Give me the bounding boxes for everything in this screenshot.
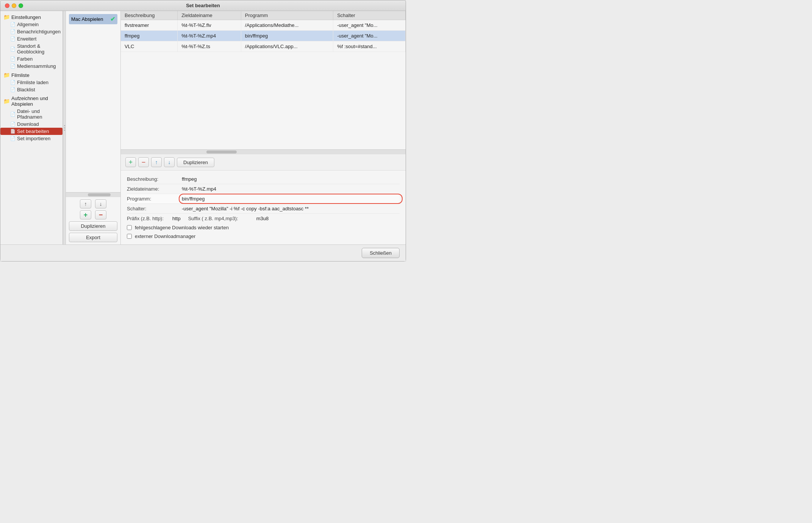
cell-zieldateiname: %t-%T-%Z.ts bbox=[178, 41, 241, 52]
cell-zieldateiname: %t-%T-%Z.flv bbox=[178, 20, 241, 31]
sidebar-item-set-importieren[interactable]: 📄 Set importieren bbox=[0, 135, 62, 142]
minimize-button[interactable] bbox=[12, 3, 16, 8]
move-up-row-button[interactable]: ↑ bbox=[151, 157, 162, 167]
middle-list-item-mac-abspielen[interactable]: Mac Abspielen ✔ bbox=[69, 14, 117, 24]
scrollbar-thumb bbox=[88, 193, 111, 196]
form-value-programm: bin/ffmpeg bbox=[182, 196, 400, 202]
checkbox-ext-downloadmanager[interactable] bbox=[127, 234, 132, 239]
folder-icon: 📁 bbox=[3, 14, 10, 20]
form-label-beschreibung: Beschreibung: bbox=[127, 176, 182, 182]
sidebar-group-einstellungen[interactable]: 📁 Einstellungen bbox=[0, 13, 62, 21]
col-header-schalter: Schalter bbox=[333, 11, 406, 20]
form-label-programm: Programm: bbox=[127, 196, 182, 202]
move-down-button[interactable]: ↓ bbox=[95, 199, 106, 208]
resize-dots bbox=[64, 125, 65, 131]
doc-icon: 📄 bbox=[10, 56, 16, 61]
close-button[interactable] bbox=[5, 3, 9, 8]
schliessen-button[interactable]: Schließen bbox=[362, 248, 400, 258]
checkmark-icon: ✔ bbox=[110, 16, 115, 23]
checkbox-failed-downloads[interactable] bbox=[127, 225, 132, 230]
sidebar: 📁 Einstellungen 📄 Allgemein 📄 Benachrich… bbox=[0, 11, 63, 244]
remove-button[interactable]: − bbox=[95, 210, 106, 219]
move-down-row-button[interactable]: ↓ bbox=[164, 157, 175, 167]
form-row-programm: Programm: bin/ffmpeg bbox=[127, 194, 400, 204]
traffic-lights bbox=[5, 3, 23, 8]
duplizieren-row-button[interactable]: Duplizieren bbox=[177, 158, 214, 167]
cell-programm: /Applications/VLC.app... bbox=[241, 41, 333, 52]
window-body: 📁 Einstellungen 📄 Allgemein 📄 Benachrich… bbox=[0, 11, 406, 244]
form-label-schalter: Schalter: bbox=[127, 206, 182, 211]
doc-icon: 📄 bbox=[10, 22, 16, 27]
right-panel: Beschreibung Zieldateiname Programm Scha… bbox=[121, 11, 406, 244]
col-header-programm: Programm bbox=[241, 11, 333, 20]
sidebar-item-erweitert[interactable]: 📄 Erweitert bbox=[0, 35, 62, 42]
checkbox-row-ext-downloadmanager: externer Downloadmanager bbox=[127, 232, 400, 241]
form-value-suffix: m3u8 bbox=[256, 216, 269, 221]
remove-row-button[interactable]: − bbox=[138, 157, 149, 167]
sidebar-item-farben[interactable]: 📄 Farben bbox=[0, 55, 62, 63]
form-row-schalter: Schalter: -user_agent "Mozilla" -i %f -c… bbox=[127, 204, 400, 214]
table-row[interactable]: flvstreamer %t-%T-%Z.flv /Applications/M… bbox=[121, 20, 406, 31]
main-window: Set bearbeiten 📁 Einstellungen 📄 Allgeme… bbox=[0, 0, 406, 262]
form-value-praefix: http bbox=[172, 216, 181, 221]
middle-item-label: Mac Abspielen bbox=[71, 16, 103, 22]
doc-icon: 📄 bbox=[10, 80, 16, 85]
export-button[interactable]: Export bbox=[69, 233, 117, 242]
doc-icon: 📄 bbox=[10, 87, 16, 92]
right-form: Beschreibung: ffmpeg Zieldateiname: %t-%… bbox=[121, 171, 406, 244]
sidebar-item-allgemein[interactable]: 📄 Allgemein bbox=[0, 21, 62, 28]
add-button[interactable]: + bbox=[80, 210, 91, 219]
sidebar-group-label-filmliste: Filmliste bbox=[11, 72, 30, 78]
form-value-beschreibung: ffmpeg bbox=[182, 176, 400, 182]
sidebar-group-filmliste[interactable]: 📁 Filmliste bbox=[0, 71, 62, 79]
sidebar-item-filmliste-laden[interactable]: 📄 Filmliste laden bbox=[0, 79, 62, 86]
table-scrollbar[interactable] bbox=[121, 149, 406, 154]
sidebar-resize-handle[interactable] bbox=[63, 11, 66, 244]
sidebar-item-download[interactable]: 📄 Download bbox=[0, 121, 62, 128]
sidebar-item-mediensammlung[interactable]: 📄 Mediensammlung bbox=[0, 63, 62, 70]
cell-schalter: %f :sout=#stand... bbox=[333, 41, 406, 52]
form-label-suffix: Suffix ( z.B. mp4,mp3): bbox=[188, 216, 249, 221]
table-scrollbar-thumb bbox=[206, 150, 237, 153]
form-row-zieldateiname: Zieldateiname: %t-%T-%Z.mp4 bbox=[127, 184, 400, 194]
checkbox-label-failed-downloads: fehlgeschlagene Downloads wieder starten bbox=[135, 225, 229, 230]
doc-icon: 📄 bbox=[10, 112, 16, 117]
middle-panel: Mac Abspielen ✔ ↑ ↓ + − Duplizieren Expo… bbox=[66, 11, 121, 244]
form-value-zieldateiname: %t-%T-%Z.mp4 bbox=[182, 186, 400, 192]
cell-beschreibung: ffmpeg bbox=[121, 31, 178, 41]
doc-icon: 📄 bbox=[10, 129, 16, 134]
sidebar-item-blacklist[interactable]: 📄 Blacklist bbox=[0, 86, 62, 93]
sidebar-item-set-bearbeiten[interactable]: 📄 Set bearbeiten bbox=[0, 128, 62, 135]
move-up-button[interactable]: ↑ bbox=[80, 199, 91, 208]
sidebar-group-aufzeichnen[interactable]: 📁 Aufzeichnen und Abspielen bbox=[0, 95, 62, 108]
sidebar-group-label-aufzeichnen: Aufzeichnen und Abspielen bbox=[11, 96, 59, 107]
sidebar-item-datei-pfadnamen[interactable]: 📄 Datei- und Pfadnamen bbox=[0, 108, 62, 121]
cell-beschreibung: flvstreamer bbox=[121, 20, 178, 31]
data-table: Beschreibung Zieldateiname Programm Scha… bbox=[121, 11, 406, 52]
folder-icon: 📁 bbox=[3, 72, 10, 78]
folder-icon: 📁 bbox=[3, 98, 10, 104]
cell-schalter: -user_agent "Mo... bbox=[333, 31, 406, 41]
window-title: Set bearbeiten bbox=[186, 3, 220, 8]
form-label-zieldateiname: Zieldateiname: bbox=[127, 186, 182, 192]
sidebar-group-label-einstellungen: Einstellungen bbox=[11, 14, 41, 20]
table-row[interactable]: VLC %t-%T-%Z.ts /Applications/VLC.app...… bbox=[121, 41, 406, 52]
maximize-button[interactable] bbox=[19, 3, 23, 8]
form-label-praefix: Präfix (z.B. http): bbox=[127, 216, 165, 221]
add-remove-buttons: + − bbox=[69, 210, 117, 219]
cell-schalter: -user_agent "Mo... bbox=[333, 20, 406, 31]
duplizieren-button[interactable]: Duplizieren bbox=[69, 221, 117, 231]
middle-scrollbar[interactable] bbox=[66, 192, 120, 197]
title-bar: Set bearbeiten bbox=[0, 0, 406, 11]
form-row-beschreibung: Beschreibung: ffmpeg bbox=[127, 174, 400, 184]
middle-controls: ↑ ↓ + − Duplizieren Export bbox=[66, 197, 120, 244]
doc-icon: 📄 bbox=[10, 64, 16, 69]
table-row-selected[interactable]: ffmpeg %t-%T-%Z.mp4 bin/ffmpeg -user_age… bbox=[121, 31, 406, 41]
sidebar-item-standort[interactable]: 📄 Standort & Geoblocking bbox=[0, 42, 62, 55]
bottom-bar: Schließen bbox=[0, 244, 406, 261]
sidebar-item-benachrichtigungen[interactable]: 📄 Benachrichtigungen bbox=[0, 28, 62, 35]
cell-beschreibung: VLC bbox=[121, 41, 178, 52]
cell-programm: /Applications/Mediathe... bbox=[241, 20, 333, 31]
add-row-button[interactable]: + bbox=[125, 157, 136, 167]
doc-icon: 📄 bbox=[10, 47, 16, 52]
